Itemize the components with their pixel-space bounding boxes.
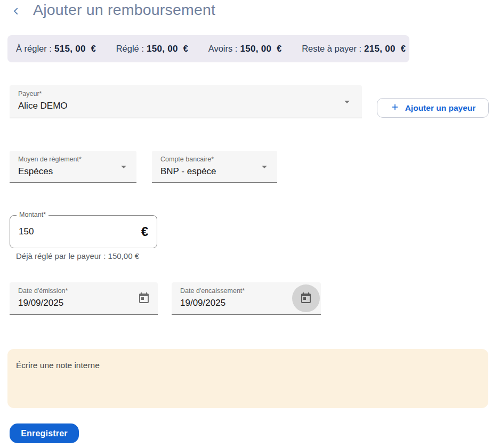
bank-account-select[interactable]: Compte bancaire* BNP - espèce: [152, 151, 277, 183]
collection-date-picker-button[interactable]: [292, 284, 320, 312]
internal-note-textarea[interactable]: [7, 349, 488, 408]
calendar-icon: [138, 292, 150, 305]
page-title: Ajouter un remboursement: [33, 1, 215, 19]
euro-icon: €: [141, 224, 148, 239]
issue-date-picker-button[interactable]: [138, 292, 150, 305]
collection-date-label: Date d'encaissement*: [180, 287, 245, 295]
summary-credits-label: Avoirs :: [208, 44, 238, 54]
summary-to-pay-currency: €: [91, 44, 96, 54]
payer-select[interactable]: Payeur* Alice DEMO: [10, 85, 362, 118]
summary-paid: Réglé : 150, 00 €: [116, 44, 188, 54]
summary-credits-amount: 150, 00: [240, 44, 271, 54]
summary-remaining-amount: 215, 00: [364, 44, 396, 54]
plus-icon: [390, 102, 400, 114]
issue-date-value: 19/09/2025: [18, 298, 63, 308]
payment-summary-bar: À régler : 515, 00 € Réglé : 150, 00 € A…: [7, 35, 409, 62]
amount-field: Montant* €: [10, 215, 157, 248]
bank-account-label: Compte bancaire*: [160, 156, 214, 163]
payer-select-value: Alice DEMO: [18, 101, 68, 111]
collection-date-field[interactable]: Date d'encaissement* 19/09/2025: [172, 282, 321, 315]
summary-to-pay: À régler : 515, 00 €: [16, 44, 96, 54]
summary-paid-amount: 150, 00: [147, 44, 178, 54]
payment-method-label: Moyen de règlement*: [18, 156, 82, 163]
issue-date-field[interactable]: Date d'émission* 19/09/2025: [10, 282, 158, 315]
summary-remaining: Reste à payer : 215, 00 €: [302, 44, 406, 54]
payer-select-label: Payeur*: [18, 90, 42, 97]
payment-method-select[interactable]: Moyen de règlement* Espèces: [10, 151, 136, 183]
add-payer-button-label: Ajouter un payeur: [405, 103, 476, 113]
summary-paid-currency: €: [183, 44, 188, 54]
calendar-icon: [300, 292, 312, 305]
collection-date-value: 19/09/2025: [180, 298, 225, 308]
summary-remaining-label: Reste à payer :: [302, 44, 361, 54]
amount-helper-text: Déjà réglé par le payeur : 150,00 €: [16, 251, 139, 260]
back-button[interactable]: [9, 4, 23, 19]
add-refund-page: Ajouter un remboursement À régler : 515,…: [0, 0, 492, 448]
add-payer-button[interactable]: Ajouter un payeur: [377, 98, 489, 118]
issue-date-label: Date d'émission*: [18, 287, 68, 295]
summary-remaining-currency: €: [401, 44, 406, 54]
summary-to-pay-amount: 515, 00: [54, 44, 86, 54]
save-button[interactable]: Enregistrer: [10, 423, 79, 443]
amount-input[interactable]: [19, 216, 120, 247]
summary-paid-label: Réglé :: [116, 44, 144, 54]
chevron-left-icon: [11, 6, 21, 18]
summary-to-pay-label: À régler :: [16, 44, 52, 54]
bank-account-value: BNP - espèce: [160, 166, 216, 177]
summary-credits-currency: €: [277, 44, 281, 54]
payment-method-value: Espèces: [18, 166, 53, 177]
chevron-down-icon: [117, 160, 130, 173]
chevron-down-icon: [258, 160, 271, 173]
chevron-down-icon: [341, 95, 353, 108]
summary-credits: Avoirs : 150, 00 €: [208, 44, 281, 54]
